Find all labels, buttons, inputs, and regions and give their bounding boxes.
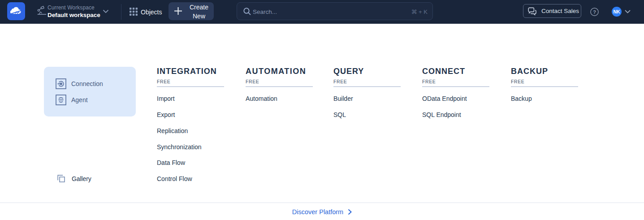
svg-text:?: ? xyxy=(593,9,596,15)
